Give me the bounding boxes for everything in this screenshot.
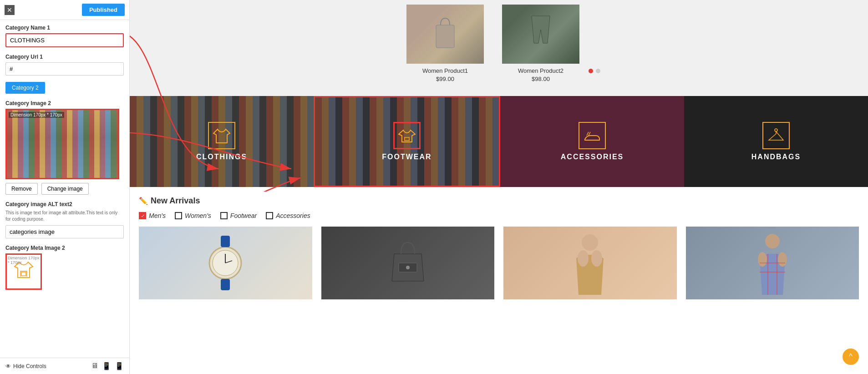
tab-mens-check: ✓ bbox=[139, 212, 146, 219]
svg-rect-7 bbox=[221, 236, 230, 247]
dot-1[interactable] bbox=[589, 69, 593, 73]
arrival-card-man bbox=[686, 227, 859, 299]
clothings-label: CLOTHINGS bbox=[196, 153, 247, 161]
new-arrivals-section: ✏️ New Arrivals ✓ Men's Women's Footwear bbox=[130, 187, 868, 374]
category-name-label: Category Name 1 bbox=[5, 25, 124, 31]
arrivals-products-row bbox=[139, 227, 859, 299]
hide-controls[interactable]: 👁 Hide Controls bbox=[5, 363, 46, 369]
category-handbags[interactable]: HANDBAGS bbox=[684, 96, 868, 187]
alt-text-group: Category image ALT text2 This is image t… bbox=[5, 201, 124, 238]
category-name-input[interactable] bbox=[5, 33, 124, 47]
svg-rect-1 bbox=[436, 25, 454, 48]
svg-rect-0 bbox=[21, 272, 26, 276]
accessories-icon-box bbox=[579, 122, 606, 149]
product-price-2: $98.00 bbox=[502, 76, 579, 82]
tab-accessories-label: Accessories bbox=[276, 212, 310, 219]
arrival-card-watch bbox=[139, 227, 312, 299]
panel-body: Category Name 1 Category Url 1 Category … bbox=[0, 20, 129, 358]
category-clothings[interactable]: CLOTHINGS bbox=[130, 96, 314, 187]
svg-point-15 bbox=[591, 250, 602, 267]
category2-button[interactable]: Category 2 bbox=[5, 82, 45, 94]
arrival-image-watch bbox=[139, 227, 312, 299]
alt-text-note: This is image text for image alt attribu… bbox=[5, 210, 124, 222]
categories-strip: CLOTHINGS FOOTWEAR bbox=[130, 96, 868, 187]
handbags-label: HANDBAGS bbox=[751, 153, 801, 161]
mobile-icon[interactable]: 📱 bbox=[115, 362, 124, 370]
alt-text-input[interactable] bbox=[5, 225, 124, 238]
svg-point-12 bbox=[406, 266, 410, 269]
category-url-input[interactable] bbox=[5, 62, 124, 76]
footer-icons: 🖥 📱 📱 bbox=[91, 362, 124, 370]
product-name-1: Women Product1 bbox=[406, 67, 484, 74]
eye-icon: 👁 bbox=[5, 363, 11, 369]
footwear-icon-box bbox=[393, 122, 421, 149]
image-action-row: Remove Change image bbox=[5, 183, 124, 195]
product-image-2 bbox=[502, 5, 579, 64]
arrival-image-man bbox=[686, 227, 859, 299]
hide-controls-label: Hide Controls bbox=[13, 363, 46, 369]
product-price-1: $99.00 bbox=[406, 76, 484, 82]
tab-footwear-label: Footwear bbox=[230, 212, 257, 219]
handbags-icon-box bbox=[762, 122, 790, 149]
category-footwear[interactable]: FOOTWEAR bbox=[314, 96, 500, 187]
carousel-dots bbox=[589, 0, 600, 87]
svg-point-18 bbox=[778, 252, 787, 267]
arrivals-header: ✏️ New Arrivals bbox=[139, 196, 859, 206]
arrival-image-woman bbox=[503, 227, 677, 299]
arrival-card-woman bbox=[503, 227, 677, 299]
product-card-1: Women Product1 $99.00 bbox=[397, 0, 493, 87]
desktop-icon[interactable]: 🖥 bbox=[91, 362, 98, 370]
remove-button[interactable]: Remove bbox=[5, 183, 38, 195]
svg-point-13 bbox=[582, 234, 598, 251]
svg-rect-2 bbox=[405, 137, 409, 141]
clothing-rack-image bbox=[7, 110, 118, 178]
category-image2-box: Dimension 170px * 170px bbox=[5, 109, 119, 179]
categories-container: CLOTHINGS FOOTWEAR bbox=[130, 96, 868, 187]
tab-mens-label: Men's bbox=[149, 212, 166, 219]
category-accessories[interactable]: ACCESSORIES bbox=[500, 96, 684, 187]
published-button[interactable]: Published bbox=[82, 4, 125, 16]
svg-rect-8 bbox=[221, 279, 230, 290]
product-card-2: Women Product2 $98.00 bbox=[493, 0, 589, 87]
category-url-label: Category Url 1 bbox=[5, 54, 124, 60]
tab-womens-label: Women's bbox=[185, 212, 211, 219]
right-content: Women Product1 $99.00 Women Product2 $98… bbox=[130, 0, 868, 374]
arrivals-tabs: ✓ Men's Women's Footwear Accessories bbox=[139, 212, 859, 219]
category-image2-label: Category Image 2 bbox=[5, 100, 124, 106]
tab-womens[interactable]: Women's bbox=[175, 212, 211, 219]
alt-text-label: Category image ALT text2 bbox=[5, 201, 124, 207]
svg-point-14 bbox=[578, 250, 589, 267]
tab-mens[interactable]: ✓ Men's bbox=[139, 212, 166, 219]
change-image-button[interactable]: Change image bbox=[41, 183, 89, 195]
category-url-group: Category Url 1 bbox=[5, 54, 124, 76]
product-name-2: Women Product2 bbox=[502, 67, 579, 74]
accessories-label: ACCESSORIES bbox=[561, 153, 624, 161]
category-name-group: Category Name 1 bbox=[5, 25, 124, 47]
footwear-label: FOOTWEAR bbox=[382, 153, 431, 161]
dimension-label: Dimension 170px * 170px bbox=[9, 112, 64, 118]
meta-image-label: Category Meta Image 2 bbox=[5, 245, 124, 251]
meta-image-box: Dimension 170px * 170px bbox=[5, 253, 42, 290]
close-button[interactable]: ✕ bbox=[5, 5, 15, 15]
tablet-icon[interactable]: 📱 bbox=[102, 362, 111, 370]
tab-accessories[interactable]: Accessories bbox=[266, 212, 310, 219]
arrival-image-bag bbox=[321, 227, 495, 299]
dot-2[interactable] bbox=[596, 69, 600, 73]
arrival-card-bag bbox=[321, 227, 495, 299]
edit-icon: ✏️ bbox=[139, 197, 148, 205]
panel-header: ✕ Published bbox=[0, 0, 129, 20]
top-products-section: Women Product1 $99.00 Women Product2 $98… bbox=[130, 0, 868, 96]
left-panel: ✕ Published Category Name 1 Category Url… bbox=[0, 0, 130, 374]
product-image-1 bbox=[406, 5, 484, 64]
arrivals-title: New Arrivals bbox=[151, 196, 200, 206]
clothings-icon-box bbox=[208, 122, 235, 149]
meta-dim-label: Dimension 170px * 170px bbox=[8, 256, 41, 265]
tab-womens-check bbox=[175, 212, 182, 219]
scroll-top-button[interactable]: ^ bbox=[843, 349, 859, 365]
panel-footer: 👁 Hide Controls 🖥 📱 📱 bbox=[0, 358, 129, 374]
tab-accessories-check bbox=[266, 212, 273, 219]
svg-point-17 bbox=[758, 252, 767, 267]
svg-point-16 bbox=[765, 234, 780, 248]
tab-footwear[interactable]: Footwear bbox=[220, 212, 257, 219]
tab-footwear-check bbox=[220, 212, 228, 219]
